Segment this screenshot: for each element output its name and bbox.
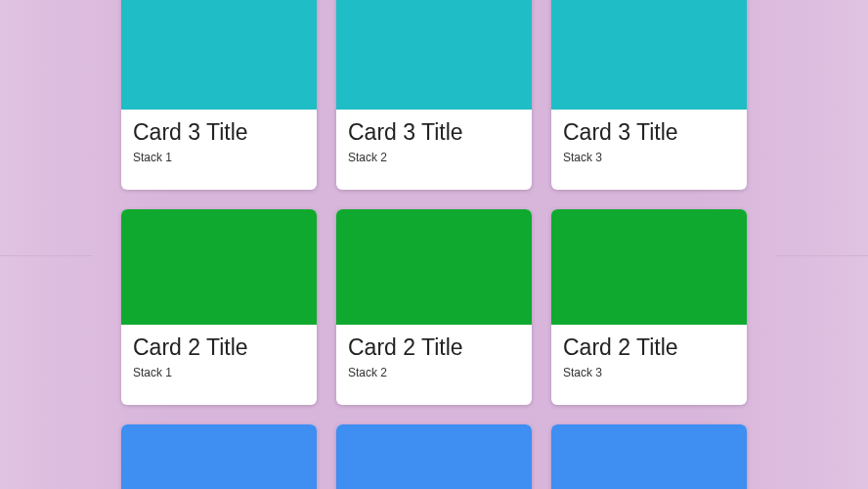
card[interactable]: Card 3 Title Stack 3 (551, 0, 747, 190)
card-image (121, 209, 317, 325)
card-image (336, 209, 532, 325)
card-subtitle: Stack 2 (348, 151, 520, 164)
card-subtitle: Stack 1 (133, 151, 305, 164)
card-body: Card 3 Title Stack 2 (336, 110, 532, 176)
card-body: Card 3 Title Stack 1 (121, 110, 317, 176)
card[interactable]: Card 1 Title Stack 3 (551, 424, 747, 489)
card-body: Card 3 Title Stack 3 (551, 110, 747, 176)
card[interactable]: Card 3 Title Stack 2 (336, 0, 532, 190)
card-image (551, 0, 747, 110)
card-subtitle: Stack 2 (348, 366, 520, 379)
card-subtitle: Stack 3 (563, 366, 735, 379)
card-image (551, 424, 747, 489)
card-subtitle: Stack 3 (563, 151, 735, 164)
card-title: Card 2 Title (348, 334, 520, 362)
card[interactable]: Card 2 Title Stack 3 (551, 209, 747, 405)
decorative-line-right (775, 255, 868, 256)
card-image (551, 209, 747, 325)
card-body: Card 2 Title Stack 2 (336, 325, 532, 391)
card-title: Card 3 Title (563, 119, 735, 147)
card-title: Card 3 Title (348, 119, 520, 147)
card-title: Card 2 Title (133, 334, 305, 362)
card-grid: Card 3 Title Stack 1 Card 3 Title Stack … (121, 0, 747, 489)
card-subtitle: Stack 1 (133, 366, 305, 379)
card-image (336, 0, 532, 110)
card-image (121, 0, 317, 110)
card-title: Card 2 Title (563, 334, 735, 362)
card[interactable]: Card 2 Title Stack 2 (336, 209, 532, 405)
card[interactable]: Card 3 Title Stack 1 (121, 0, 317, 190)
card-image (121, 424, 317, 489)
card-image (336, 424, 532, 489)
decorative-line-left (0, 255, 93, 256)
card-body: Card 2 Title Stack 3 (551, 325, 747, 391)
card[interactable]: Card 1 Title Stack 1 (121, 424, 317, 489)
card[interactable]: Card 2 Title Stack 1 (121, 209, 317, 405)
card[interactable]: Card 1 Title Stack 2 (336, 424, 532, 489)
card-title: Card 3 Title (133, 119, 305, 147)
card-body: Card 2 Title Stack 1 (121, 325, 317, 391)
